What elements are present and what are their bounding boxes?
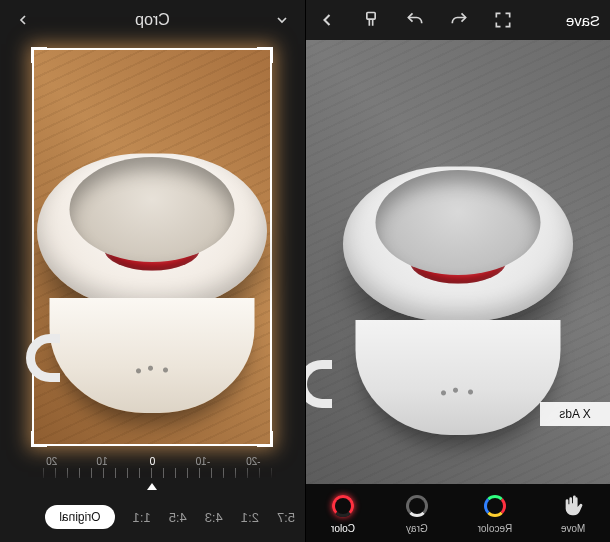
tool-move[interactable]: Move: [560, 493, 586, 534]
crop-handle-tl[interactable]: [258, 47, 274, 63]
chevron-right-icon[interactable]: [316, 9, 338, 31]
tool-label: Color: [331, 523, 355, 534]
ratio-5-7[interactable]: 5:7: [277, 510, 295, 525]
gray-icon: [404, 493, 430, 519]
dial-tick: -10: [196, 456, 210, 467]
tool-label: Recolor: [478, 523, 512, 534]
ratio-1-1[interactable]: 1:1: [133, 510, 151, 525]
editor-canvas[interactable]: X Ads: [306, 40, 610, 484]
fullscreen-icon[interactable]: [492, 9, 514, 31]
aspect-ratio-bar: 5:7 2:1 4:3 4:5 1:1 Original: [0, 492, 305, 542]
color-splash-panel: Save X Ads: [305, 0, 610, 542]
tool-label: Move: [561, 523, 585, 534]
brush-icon[interactable]: [360, 9, 382, 31]
save-button[interactable]: Save: [566, 12, 600, 29]
ads-close-label[interactable]: X Ads: [540, 402, 610, 426]
crop-handle-bl[interactable]: [258, 431, 274, 447]
crop-frame[interactable]: [33, 48, 273, 446]
dial-pointer-icon: [148, 483, 158, 490]
redo-icon[interactable]: [404, 9, 426, 31]
dial-tick: 0: [150, 456, 156, 467]
ratio-original[interactable]: Original: [45, 505, 114, 529]
crop-canvas[interactable]: [0, 40, 305, 448]
ratio-2-1[interactable]: 2:1: [241, 510, 259, 525]
recolor-icon: [482, 493, 508, 519]
tool-recolor[interactable]: Recolor: [478, 493, 512, 534]
tool-label: Gray: [406, 523, 428, 534]
rotation-dial[interactable]: -20 -10 0 10 20: [0, 448, 305, 492]
tool-gray[interactable]: Gray: [404, 493, 430, 534]
tool-color[interactable]: Color: [330, 493, 356, 534]
svg-rect-0: [367, 13, 375, 20]
hand-icon: [560, 493, 586, 519]
ratio-4-3[interactable]: 4:3: [205, 510, 223, 525]
dial-tick: 20: [46, 456, 57, 467]
crop-panel: Crop -20 -10 0 10 20 5:7: [0, 0, 305, 542]
crop-top-bar: Crop: [0, 0, 305, 40]
crop-handle-br[interactable]: [32, 431, 48, 447]
color-icon: [330, 493, 356, 519]
tool-bar: Move Recolor Gray Color: [306, 484, 610, 542]
chevron-down-icon[interactable]: [271, 9, 293, 31]
ratio-4-5[interactable]: 4:5: [169, 510, 187, 525]
crop-title: Crop: [135, 11, 170, 29]
dial-tick: -20: [246, 456, 260, 467]
photo-preview: [35, 50, 271, 444]
chevron-right-icon[interactable]: [12, 9, 34, 31]
dial-tick: 10: [97, 456, 108, 467]
editor-top-bar: Save: [306, 0, 610, 40]
undo-icon[interactable]: [448, 9, 470, 31]
crop-handle-tr[interactable]: [32, 47, 48, 63]
